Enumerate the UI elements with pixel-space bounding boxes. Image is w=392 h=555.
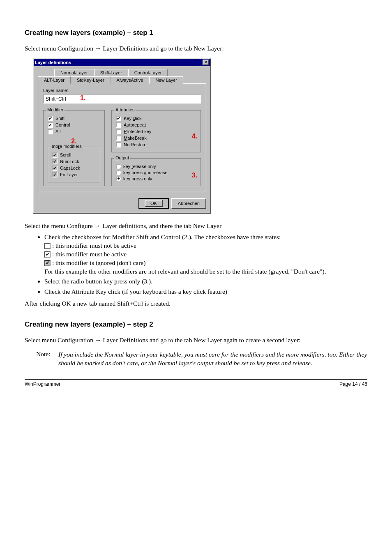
inline-cb-unchecked — [44, 243, 51, 249]
step-key-click: Check the Attribute Key click (if your k… — [44, 288, 367, 296]
annotation-1: 1. — [80, 94, 85, 102]
tab-alwaysactive[interactable]: AlwaysActive — [111, 76, 150, 84]
checkbox-capslock[interactable]: ✔ CapsLock — [52, 166, 96, 171]
steps-list: Check the checkboxes for Modifier Shift … — [25, 233, 367, 296]
checkbox-control[interactable]: ✔ Control — [48, 122, 100, 128]
group-modifier: Modifier ✔ Shift ✔ Control — [43, 110, 105, 186]
radio-key-press-and-release[interactable]: key press and release — [116, 170, 196, 175]
tab-stdkey-layer[interactable]: StdKey-Layer — [71, 76, 111, 84]
note-block: Note: If you include the Normal layer in… — [36, 350, 367, 368]
group-output: Output key release only key press and re… — [111, 158, 201, 186]
step-key-press-only: Select the radio button key press only (… — [44, 277, 367, 286]
intro1b: Layer Definitions and go to the tab New … — [103, 45, 224, 52]
checkbox-protectedkey[interactable]: Protected key — [116, 129, 196, 134]
intro1a: Select menu Configuration — [25, 45, 95, 52]
tab-alt-layer[interactable]: ALT-Layer — [38, 76, 71, 84]
footer-right: Page 14 / 46 — [339, 381, 367, 387]
inline-cb-greyed: ✔ — [44, 260, 51, 266]
tab-panel-new-layer: Layer name: 1. Modifier — [38, 83, 206, 192]
more-modifiers-legend: more modifiers — [51, 144, 83, 149]
intro-para-2: Select menu Configuration → Layer Defini… — [25, 336, 367, 345]
checkbox-numlock[interactable]: ✔ NumLock — [52, 159, 96, 164]
checkbox-fnlayer[interactable]: ✔ Fn Layer — [52, 172, 96, 177]
checkbox-keyclick[interactable]: ✔ Key click — [116, 116, 196, 121]
checkbox-shift[interactable]: ✔ Shift — [48, 116, 100, 121]
note-label: Note: — [36, 350, 55, 368]
group-output-legend: Output — [114, 155, 130, 160]
group-more-modifiers: more modifiers ✔ Scroll ✔ NumLock — [48, 147, 100, 182]
dialog-screenshot: Layer definitions × Normal-Layer Shift-L… — [33, 58, 367, 214]
checkbox-norestore[interactable]: No Restore — [116, 142, 196, 147]
radio-key-press-only[interactable]: key press only — [116, 176, 196, 181]
note-text: If you include the Normal layer in your … — [58, 350, 367, 368]
page-footer: WinProgrammer Page 14 / 46 — [25, 379, 367, 387]
dialog-layer-definitions: Layer definitions × Normal-Layer Shift-L… — [33, 58, 211, 214]
checkbox-scroll[interactable]: ✔ Scroll — [52, 152, 96, 158]
dialog-title: Layer definitions — [35, 60, 71, 65]
arrow-glyph: → — [95, 45, 101, 52]
cancel-button[interactable]: Abbrechen — [171, 198, 206, 209]
inline-cb-checked: ✔ — [44, 251, 51, 258]
ok-button[interactable]: OK — [138, 198, 169, 209]
layer-name-input[interactable] — [43, 94, 201, 104]
annotation-4: 4. — [192, 133, 197, 140]
steps-intro: Select the menu Configure → Layer defini… — [25, 222, 367, 230]
group-attributes: Attributes ✔ Key click Autorepeat — [111, 110, 201, 152]
after-ok-para: After clicking OK a new tab named Shift+… — [25, 299, 367, 308]
arrow-glyph-3: → — [95, 336, 101, 343]
tab-new-layer[interactable]: New Layer — [149, 76, 183, 84]
heading-step1: Creating new layers (example) – step 1 — [25, 29, 367, 37]
group-modifier-legend: Modifier — [46, 107, 65, 112]
close-icon[interactable]: × — [203, 60, 209, 65]
dialog-titlebar: Layer definitions × — [34, 59, 210, 66]
checkbox-makebreak[interactable]: MakeBreak — [116, 136, 196, 141]
tab-strip: Normal-Layer Shift-Layer Control-Layer A… — [38, 69, 206, 192]
checkbox-alt[interactable]: Alt — [48, 129, 100, 134]
tab-control-layer[interactable]: Control-Layer — [128, 69, 168, 76]
tab-shift-layer[interactable]: Shift-Layer — [94, 69, 128, 76]
step-modifier-checkboxes: Check the checkboxes for Modifier Shift … — [44, 233, 367, 276]
radio-key-release-only[interactable]: key release only — [116, 164, 196, 169]
dialog-button-row: OK Abbrechen — [34, 196, 210, 213]
group-attributes-legend: Attributes — [114, 107, 136, 112]
annotation-3: 3. — [192, 172, 197, 179]
footer-left: WinProgrammer — [25, 381, 60, 387]
tab-normal-layer[interactable]: Normal-Layer — [54, 69, 94, 76]
checkbox-autorepeat[interactable]: Autorepeat — [116, 122, 196, 128]
arrow-glyph-2: → — [95, 222, 101, 229]
heading-step2: Creating new layers (example) – step 2 — [25, 320, 367, 329]
intro-para-1: Select menu Configuration → Layer Defini… — [25, 44, 367, 53]
layer-name-label: Layer name: — [43, 88, 201, 93]
